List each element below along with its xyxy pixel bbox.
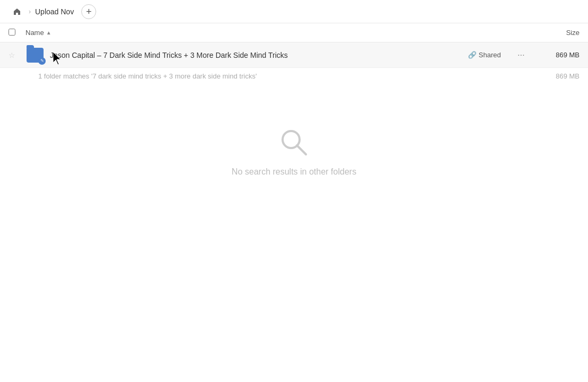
home-button[interactable] — [8, 3, 25, 20]
more-options-button[interactable]: ··· — [514, 48, 529, 63]
breadcrumb-upload-nov[interactable]: Upload Nov — [32, 5, 77, 18]
file-size: 869 MB — [537, 51, 580, 59]
empty-search-icon — [278, 127, 310, 159]
shared-badge: 🔗 Shared — [468, 51, 501, 59]
name-label: Name — [25, 29, 44, 37]
name-column-header[interactable]: Name ▲ — [25, 29, 526, 37]
empty-message: No search results in other folders — [232, 167, 356, 177]
link-icon: 🔗 — [468, 51, 476, 59]
column-header: Name ▲ Size — [0, 23, 588, 42]
shared-label: Shared — [479, 51, 501, 59]
star-button[interactable]: ☆ — [8, 51, 21, 59]
svg-line-1 — [297, 145, 306, 154]
sort-arrow: ▲ — [46, 30, 52, 36]
empty-state: No search results in other folders — [0, 84, 588, 198]
add-button[interactable]: + — [81, 4, 96, 19]
match-info-row: 1 folder matches '7 dark side mind trick… — [0, 68, 588, 84]
folder-icon-wrap: ✎ — [25, 47, 45, 64]
file-row[interactable]: ☆ ✎ Jason Capital – 7 Dark Side Mind Tri… — [0, 42, 588, 68]
top-bar: › Upload Nov + — [0, 0, 588, 23]
home-icon — [13, 7, 21, 16]
folder-pencil-icon: ✎ — [38, 57, 46, 65]
file-name: Jason Capital – 7 Dark Side Mind Tricks … — [50, 51, 468, 59]
match-size: 869 MB — [556, 72, 580, 80]
checkbox-input[interactable] — [8, 29, 15, 36]
select-all-checkbox[interactable] — [8, 29, 19, 37]
size-column-header: Size — [526, 29, 580, 37]
match-text: 1 folder matches '7 dark side mind trick… — [38, 72, 257, 80]
breadcrumb-chevron: › — [29, 8, 31, 15]
